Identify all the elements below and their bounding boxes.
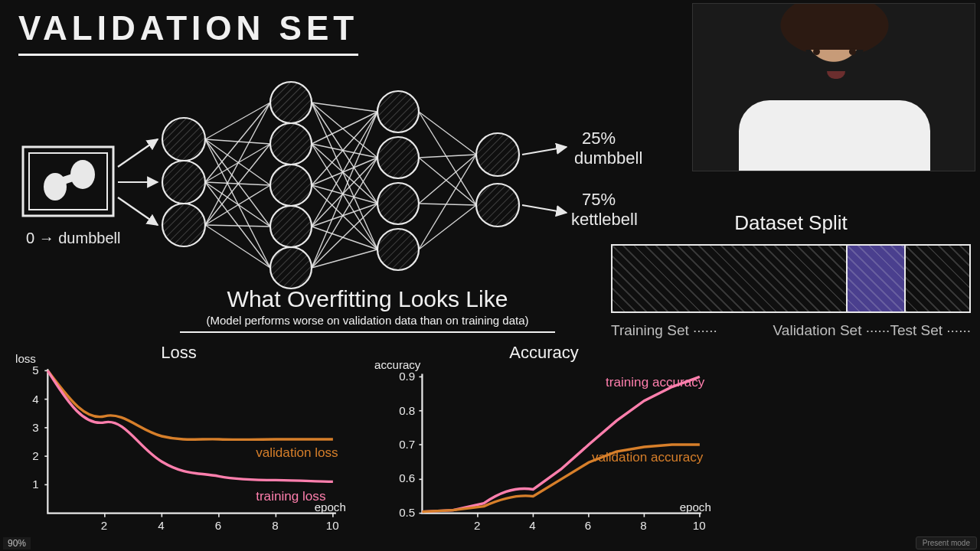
loss-chart-title: Loss: [161, 343, 196, 363]
svg-line-67: [312, 227, 377, 249]
svg-text:6: 6: [215, 519, 221, 532]
shirt-text-bottom: Woman: [812, 148, 849, 158]
loss-series2-label: training loss: [256, 489, 325, 504]
overfit-sub: (Model performs worse on validation data…: [180, 314, 555, 333]
edges-23: [312, 103, 377, 268]
svg-text:6: 6: [585, 519, 591, 532]
accuracy-chart: Accuracy accuracy 0.5 0.6 0.7 0.8 0.9 2 …: [374, 337, 714, 543]
svg-text:0.6: 0.6: [399, 471, 415, 484]
svg-text:2: 2: [101, 519, 107, 532]
shirt-text-top: Wonder: [812, 137, 849, 151]
layer-2: [270, 82, 312, 289]
presenter-webcam: Wonder Woman: [692, 3, 975, 171]
svg-text:10: 10: [326, 519, 339, 532]
face-eyes: [813, 48, 856, 54]
split-bar: [611, 244, 971, 313]
svg-line-8: [118, 197, 158, 225]
loss-training-curve: [47, 370, 333, 481]
svg-text:5: 5: [32, 364, 38, 377]
charts-row: Loss loss 1 2 3 4 5 2 4 6 8: [9, 337, 714, 543]
face-mouth: [827, 71, 845, 79]
svg-line-79: [419, 205, 476, 249]
split-seg-val: [848, 246, 906, 311]
svg-text:10: 10: [693, 519, 706, 532]
svg-text:1: 1: [32, 478, 38, 491]
svg-line-81: [522, 205, 567, 213]
svg-line-80: [522, 147, 567, 155]
split-title: Dataset Split: [611, 211, 971, 235]
loss-series1-label: validation loss: [256, 445, 338, 460]
acc-yticks: 0.5 0.6 0.7 0.8 0.9: [399, 370, 422, 518]
svg-text:3: 3: [32, 421, 38, 434]
svg-line-75: [419, 158, 476, 205]
split-seg-test: [906, 246, 969, 311]
acc-training-curve: [422, 377, 699, 511]
svg-line-49: [205, 185, 270, 225]
svg-line-39: [205, 139, 270, 185]
loss-validation-curve: [47, 370, 333, 439]
split-label-train: Training Set ······: [611, 322, 773, 339]
shirt-logo: Wonder Woman: [812, 138, 850, 158]
svg-line-57: [312, 144, 377, 158]
svg-text:4: 4: [529, 519, 535, 532]
svg-text:2: 2: [32, 449, 38, 462]
acc-chart-svg: accuracy 0.5 0.6 0.7 0.8 0.9 2 4 6 8 10: [374, 337, 714, 543]
overfit-title: What Overfitting Looks Like: [180, 286, 555, 312]
out1-pct: 25%: [582, 129, 616, 148]
svg-line-45: [205, 182, 270, 227]
split-label-test: Test Set ······: [890, 322, 971, 339]
svg-text:2: 2: [474, 519, 480, 532]
svg-line-76: [419, 155, 476, 204]
svg-line-51: [205, 225, 270, 268]
acc-series2-label: training accuracy: [606, 375, 705, 390]
svg-line-77: [419, 204, 476, 205]
split-labels: Training Set ······ Validation Set ·····…: [611, 322, 971, 339]
svg-line-50: [205, 225, 270, 227]
zoom-level[interactable]: 90%: [3, 537, 31, 549]
acc-xlabel: epoch: [680, 500, 711, 514]
split-label-val: Validation Set ······: [773, 322, 890, 339]
svg-text:0.5: 0.5: [399, 506, 415, 519]
svg-line-56: [312, 112, 377, 144]
acc-chart-title: Accuracy: [509, 343, 578, 363]
edges-12: [205, 103, 270, 268]
input-image-icon: [23, 147, 113, 216]
svg-line-61: [312, 158, 377, 185]
svg-text:0.9: 0.9: [399, 370, 415, 383]
loss-chart-svg: loss 1 2 3 4 5 2 4 6 8 10: [9, 337, 348, 543]
svg-line-42: [205, 103, 270, 182]
out1-label: dumbbell: [574, 148, 642, 168]
svg-line-66: [312, 204, 377, 227]
out2-pct: 75%: [582, 190, 616, 209]
svg-text:0.8: 0.8: [399, 404, 415, 417]
svg-text:8: 8: [272, 519, 278, 532]
input-caption: 0 → dumbbell: [26, 230, 120, 246]
present-button[interactable]: Present mode: [916, 536, 977, 549]
layer-4: [476, 133, 519, 227]
layer-3: [377, 91, 419, 270]
svg-line-65: [312, 158, 377, 227]
nn-svg: 0 → dumbbell: [15, 84, 681, 283]
svg-text:8: 8: [640, 519, 646, 532]
overfit-heading: What Overfitting Looks Like (Model perfo…: [180, 286, 555, 333]
svg-line-72: [419, 112, 476, 155]
edges-34: [419, 112, 476, 249]
split-seg-train: [612, 246, 848, 311]
svg-text:0.7: 0.7: [399, 438, 415, 451]
svg-line-74: [419, 155, 476, 158]
neural-net-diagram: 0 → dumbbell: [15, 84, 681, 283]
svg-line-59: [312, 144, 377, 249]
loss-chart: Loss loss 1 2 3 4 5 2 4 6 8: [9, 337, 348, 543]
acc-series1-label: validation accuracy: [592, 450, 704, 465]
svg-line-55: [312, 103, 377, 249]
svg-line-41: [205, 139, 270, 268]
svg-line-6: [118, 139, 158, 167]
svg-text:4: 4: [32, 393, 38, 406]
svg-line-78: [419, 155, 476, 249]
dataset-split: Dataset Split Training Set ······ Valida…: [611, 211, 971, 339]
svg-line-68: [312, 112, 377, 268]
svg-line-64: [312, 112, 377, 227]
layer-1: [162, 118, 205, 246]
svg-line-73: [419, 112, 476, 205]
page-title: VALIDATION SET: [18, 9, 358, 56]
